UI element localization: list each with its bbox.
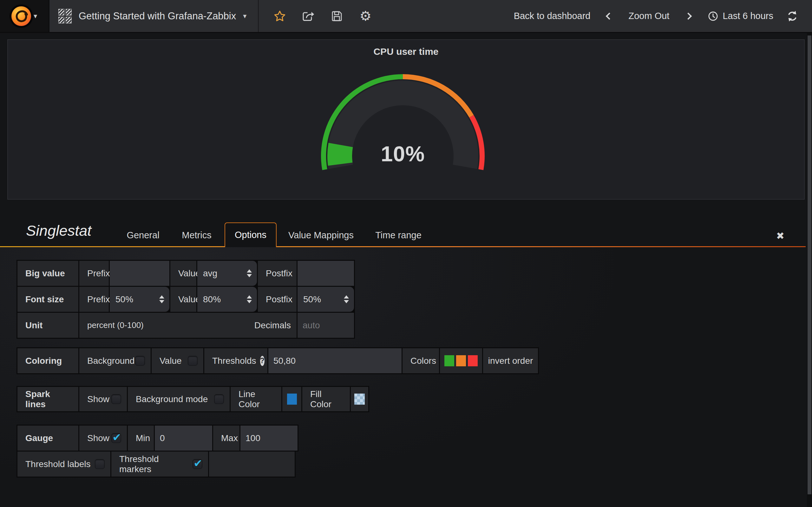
big-value-postfix-label: Postfix [258,261,297,286]
line-color-cell [282,387,301,411]
threshold-markers-cell: Threshold markers [111,452,208,476]
value-function-select[interactable]: avg [197,261,257,286]
time-shift-left-button[interactable] [602,9,616,23]
max-label: Max [213,426,240,451]
chevron-right-icon [685,12,692,20]
select-arrows-icon [247,269,252,277]
spark-lines-label: Spark lines [17,387,78,411]
big-value-value-label: Value [170,261,196,286]
chevron-down-icon: ▾ [34,13,37,20]
settings-gear-button[interactable]: ⚙ [358,9,372,23]
threshold-labels-checkbox[interactable] [95,459,105,469]
refresh-button[interactable] [785,9,799,23]
sparkline-show-checkbox[interactable] [111,394,121,404]
big-value-postfix-input[interactable] [298,261,354,286]
font-size-postfix-label: Postfix [258,287,297,312]
show-label: Show [87,394,109,404]
big-value-prefix-label: Prefix [79,261,109,286]
background-label: Background [87,356,135,366]
scrollbar-thumb[interactable] [808,36,811,494]
star-button[interactable] [273,9,287,23]
dashboard-title-button[interactable]: Getting Started with Grafana-Zabbix ▾ [49,0,259,32]
tab-time-range[interactable]: Time range [374,226,422,245]
panel-editor-title: Singlestat [26,222,91,239]
background-mode-checkbox[interactable] [214,394,224,404]
fill-color-cell [351,387,368,411]
fill-color-swatch[interactable] [354,394,365,405]
gear-icon: ⚙ [359,9,371,23]
tab-options[interactable]: Options [224,222,276,247]
navbar-right: Back to dashboard Zoom Out Last 6 hours [514,9,812,23]
thresholds-label: Thresholds [212,356,256,366]
value-checkbox[interactable] [188,356,198,366]
navbar-actions: ⚙ [259,9,372,23]
threshold-markers-checkbox[interactable] [193,459,202,469]
background-checkbox[interactable] [135,356,145,366]
time-shift-right-button[interactable] [681,9,695,23]
help-icon[interactable]: ? [260,356,264,366]
red-color-swatch[interactable] [468,355,478,366]
value-font-size-select[interactable]: 80% [197,287,257,312]
refresh-icon [786,10,799,22]
scrollbar-track[interactable] [807,33,812,507]
gauge-show-checkbox[interactable] [111,433,121,443]
postfix-font-size-select[interactable]: 50% [298,287,354,312]
value-label: Value [159,356,182,366]
save-button[interactable] [330,9,344,23]
green-color-swatch[interactable] [444,355,454,366]
chevron-left-icon [606,12,613,20]
close-editor-button[interactable]: ✖ [773,229,787,243]
unit-label: Unit [17,313,78,338]
max-input[interactable] [241,426,298,451]
unit-value[interactable]: percent (0-100) [87,320,144,330]
thresholds-input[interactable] [268,348,402,373]
background-mode-cell: Background mode [128,387,230,411]
orange-color-swatch[interactable] [456,355,466,366]
time-range-picker[interactable]: Last 6 hours [707,10,773,22]
prefix-font-size-selected: 50% [115,294,133,304]
clock-icon [707,10,719,22]
font-size-prefix-label: Prefix [79,287,109,312]
line-color-swatch[interactable] [287,394,297,405]
back-to-dashboard-link[interactable]: Back to dashboard [514,11,591,21]
gauge-show-cell: Show [79,426,127,451]
colors-label: Colors [403,348,439,373]
sparklines-table: Spark lines Show Background mode Line Co… [16,386,369,412]
zoom-out-button[interactable]: Zoom Out [628,11,669,21]
panel-title[interactable]: CPU user time [7,46,805,57]
dashboard-title: Getting Started with Grafana-Zabbix [79,10,236,22]
fill-color-label: Fill Color [302,387,350,411]
grafana-menu-button[interactable]: ▾ [0,0,49,32]
grafana-logo-icon [11,6,31,26]
big-value-prefix-input[interactable] [110,261,169,286]
coloring-value-cell: Value [152,348,203,373]
coloring-table: Coloring Background Value Thresholds ? C… [16,347,539,374]
gauge-options-table: Gauge Show Min Max [16,425,299,452]
prefix-font-size-select[interactable]: 50% [110,287,169,312]
gauge-show-label: Show [87,433,109,443]
decimals-input[interactable] [298,313,354,338]
tab-general[interactable]: General [125,226,160,245]
thresholds-cell: Thresholds ? [204,348,267,373]
gauge-label: Gauge [17,426,78,451]
threshold-labels-label: Threshold labels [26,459,90,469]
threshold-labels-cell: Threshold labels [17,452,110,476]
value-function-selected: avg [203,268,217,279]
share-button[interactable] [301,9,315,23]
tab-metrics[interactable]: Metrics [179,226,214,245]
tab-value-mappings[interactable]: Value Mappings [287,226,355,245]
color-swatches [440,348,482,373]
time-range-label: Last 6 hours [722,11,773,21]
font-size-value-label: Value [170,287,196,312]
grafana-app: ▾ Getting Started with Grafana-Zabbix ▾ [0,0,812,507]
decimals-label: Decimals [254,320,291,331]
coloring-label: Coloring [17,348,78,373]
min-label: Min [128,426,154,451]
line-color-label: Line Color [231,387,281,411]
invert-order-button[interactable]: invert order [483,348,538,373]
font-size-label: Font size [17,287,78,312]
postfix-font-size-selected: 50% [303,294,321,304]
unit-picker-cell: percent (0-100) Decimals [79,313,297,338]
select-arrows-icon [344,295,349,303]
min-input[interactable] [155,426,212,451]
